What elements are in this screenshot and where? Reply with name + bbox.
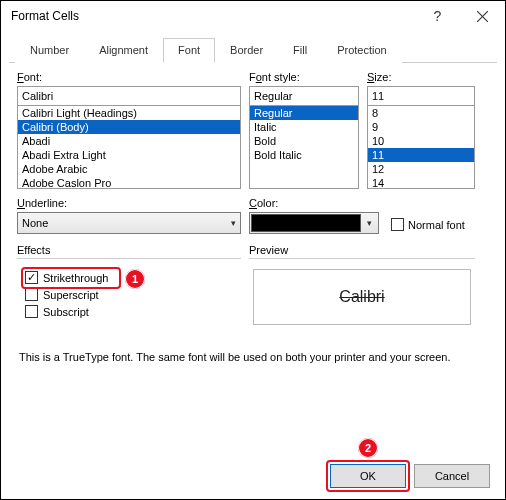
effects-group: Strikethrough 1 Superscript Subscript [17,258,241,326]
font-option[interactable]: Abadi [18,134,240,148]
preview-sample-text: Calibri [339,288,384,306]
font-option[interactable]: Adobe Arabic [18,162,240,176]
font-input[interactable] [17,86,241,106]
preview-label: Preview [249,244,475,258]
underline-value: None [22,217,48,229]
preview-box: Calibri [253,269,471,325]
color-swatch [251,214,361,232]
dialog-button-row: OK 2 Cancel [330,464,490,488]
font-option[interactable]: Adobe Caslon Pro [18,176,240,189]
font-option[interactable]: Calibri Light (Headings) [18,106,240,120]
chevron-down-icon: ▾ [361,218,377,228]
superscript-label: Superscript [43,289,99,301]
style-option[interactable]: Regular [250,106,358,120]
size-option[interactable]: 11 [368,148,474,162]
font-listbox[interactable]: Calibri Light (Headings) Calibri (Body) … [17,105,241,189]
size-label: Size: [367,71,475,83]
annotation-badge-2: 2 [358,438,378,458]
color-label: Color: [249,197,379,209]
titlebar: Format Cells ? [1,1,505,31]
tab-number[interactable]: Number [15,38,84,63]
size-option[interactable]: 10 [368,134,474,148]
style-option[interactable]: Bold Italic [250,148,358,162]
tab-fill[interactable]: Fill [278,38,322,63]
tab-protection[interactable]: Protection [322,38,402,63]
size-option[interactable]: 8 [368,106,474,120]
normal-font-checkbox[interactable] [391,218,404,231]
strikethrough-label: Strikethrough [43,272,108,284]
style-option[interactable]: Italic [250,120,358,134]
chevron-down-icon: ▾ [231,218,236,228]
close-button[interactable] [460,1,505,31]
tab-strip: Number Alignment Font Border Fill Protec… [9,37,497,63]
strikethrough-checkbox[interactable] [25,271,38,284]
subscript-checkbox[interactable] [25,305,38,318]
tab-border[interactable]: Border [215,38,278,63]
font-style-input[interactable] [249,86,359,106]
color-select[interactable]: ▾ [249,212,379,234]
size-option[interactable]: 12 [368,162,474,176]
style-option[interactable]: Bold [250,134,358,148]
tab-font[interactable]: Font [163,38,215,63]
font-style-label: Font style: [249,71,359,83]
superscript-checkbox[interactable] [25,288,38,301]
font-description: This is a TrueType font. The same font w… [19,351,487,363]
window-title: Format Cells [11,9,415,23]
size-option[interactable]: 14 [368,176,474,189]
underline-select[interactable]: None ▾ [17,212,241,234]
effects-label: Effects [17,244,241,258]
ok-button[interactable]: OK [330,464,406,488]
tab-alignment[interactable]: Alignment [84,38,163,63]
cancel-button[interactable]: Cancel [414,464,490,488]
subscript-label: Subscript [43,306,89,318]
size-input[interactable] [367,86,475,106]
help-button[interactable]: ? [415,1,460,31]
annotation-badge-1: 1 [125,269,145,289]
tab-panel-font: Font: Calibri Light (Headings) Calibri (… [1,63,505,367]
font-option[interactable]: Abadi Extra Light [18,148,240,162]
font-style-listbox[interactable]: Regular Italic Bold Bold Italic [249,105,359,189]
size-listbox[interactable]: 8 9 10 11 12 14 [367,105,475,189]
underline-label: Underline: [17,197,241,209]
font-label: Font: [17,71,241,83]
normal-font-label: Normal font [408,219,465,231]
font-option[interactable]: Calibri (Body) [18,120,240,134]
size-option[interactable]: 9 [368,120,474,134]
